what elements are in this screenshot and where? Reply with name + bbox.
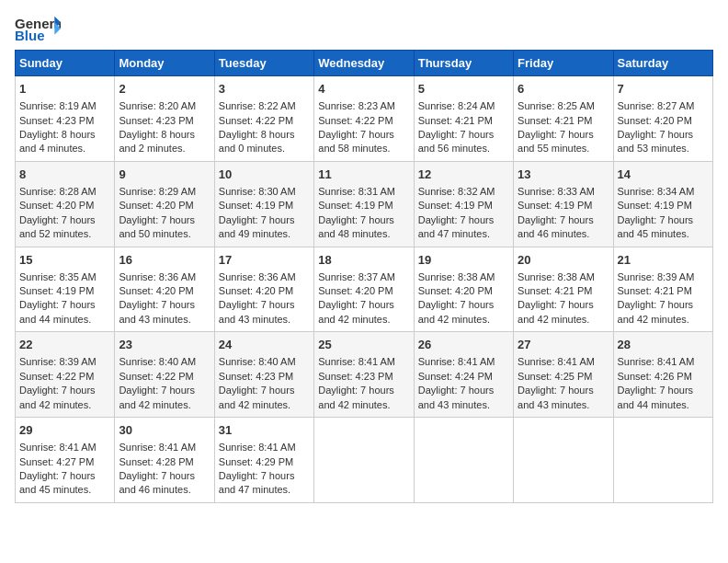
day-info: Sunrise: 8:41 AM xyxy=(418,355,509,369)
day-info: Sunrise: 8:32 AM xyxy=(418,185,509,199)
day-info: Sunrise: 8:24 AM xyxy=(418,99,509,113)
logo: General Blue xyxy=(15,15,61,42)
day-info: Daylight: 7 hours xyxy=(518,128,609,142)
day-info: and 49 minutes. xyxy=(219,227,310,241)
day-info: Sunrise: 8:19 AM xyxy=(19,99,110,113)
day-info: and 43 minutes. xyxy=(219,313,310,327)
day-info: and 46 minutes. xyxy=(119,483,210,497)
day-info: Sunrise: 8:22 AM xyxy=(219,99,310,113)
day-info: Sunrise: 8:29 AM xyxy=(119,185,210,199)
day-info: and 48 minutes. xyxy=(318,227,409,241)
day-info: and 56 minutes. xyxy=(418,142,509,155)
calendar-cell: 22Sunrise: 8:39 AMSunset: 4:22 PMDayligh… xyxy=(16,332,115,418)
day-info: Sunrise: 8:35 AM xyxy=(19,270,110,284)
day-info: Sunset: 4:19 PM xyxy=(618,199,709,213)
calendar-cell: 30Sunrise: 8:41 AMSunset: 4:28 PMDayligh… xyxy=(115,418,214,503)
calendar-cell: 28Sunrise: 8:41 AMSunset: 4:26 PMDayligh… xyxy=(613,332,712,418)
day-number: 13 xyxy=(518,167,609,183)
day-info: Daylight: 7 hours xyxy=(418,298,509,312)
day-number: 25 xyxy=(318,337,409,353)
calendar-cell: 23Sunrise: 8:40 AMSunset: 4:22 PMDayligh… xyxy=(115,332,214,418)
calendar-cell: 6Sunrise: 8:25 AMSunset: 4:21 PMDaylight… xyxy=(514,76,613,162)
day-number: 11 xyxy=(318,167,409,183)
day-info: and 42 minutes. xyxy=(318,313,409,327)
day-info: and 43 minutes. xyxy=(518,398,609,412)
day-info: and 44 minutes. xyxy=(618,398,709,412)
day-info: Sunrise: 8:36 AM xyxy=(219,270,310,284)
day-info: Daylight: 7 hours xyxy=(418,128,509,142)
day-info: Daylight: 7 hours xyxy=(618,298,709,312)
calendar-cell xyxy=(414,418,513,503)
day-number: 31 xyxy=(219,422,310,439)
day-info: Daylight: 7 hours xyxy=(518,384,609,397)
day-info: Sunset: 4:23 PM xyxy=(19,114,110,128)
calendar-cell: 3Sunrise: 8:22 AMSunset: 4:22 PMDaylight… xyxy=(214,76,313,162)
day-info: Daylight: 7 hours xyxy=(318,298,409,312)
calendar-cell: 16Sunrise: 8:36 AMSunset: 4:20 PMDayligh… xyxy=(115,247,214,332)
day-info: Sunrise: 8:27 AM xyxy=(618,99,709,113)
day-info: Sunrise: 8:20 AM xyxy=(119,99,210,113)
day-header-thursday: Thursday xyxy=(414,51,513,76)
header: General Blue xyxy=(15,15,713,42)
day-info: Daylight: 7 hours xyxy=(19,384,110,397)
day-number: 20 xyxy=(518,252,609,269)
day-number: 1 xyxy=(19,81,110,98)
day-info: and 42 minutes. xyxy=(418,313,509,327)
day-number: 23 xyxy=(119,337,210,353)
day-info: Daylight: 7 hours xyxy=(418,213,509,227)
calendar-cell: 25Sunrise: 8:41 AMSunset: 4:23 PMDayligh… xyxy=(314,332,414,418)
calendar-cell: 26Sunrise: 8:41 AMSunset: 4:24 PMDayligh… xyxy=(414,332,513,418)
day-info: Sunrise: 8:34 AM xyxy=(618,185,709,199)
day-info: Sunrise: 8:39 AM xyxy=(618,270,709,284)
day-number: 26 xyxy=(418,337,509,353)
day-number: 21 xyxy=(618,252,709,269)
day-info: Sunrise: 8:38 AM xyxy=(518,270,609,284)
day-header-wednesday: Wednesday xyxy=(314,51,414,76)
day-info: Sunrise: 8:33 AM xyxy=(518,185,609,199)
day-number: 5 xyxy=(418,81,509,98)
day-info: Daylight: 7 hours xyxy=(518,298,609,312)
day-info: and 42 minutes. xyxy=(219,398,310,412)
calendar-cell: 10Sunrise: 8:30 AMSunset: 4:19 PMDayligh… xyxy=(214,161,313,247)
day-number: 22 xyxy=(19,337,110,353)
day-info: Sunset: 4:21 PM xyxy=(418,114,509,128)
day-info: Daylight: 7 hours xyxy=(318,128,409,142)
day-info: and 55 minutes. xyxy=(518,142,609,155)
calendar-cell: 27Sunrise: 8:41 AMSunset: 4:25 PMDayligh… xyxy=(514,332,613,418)
day-info: Daylight: 7 hours xyxy=(219,469,310,483)
calendar-cell: 4Sunrise: 8:23 AMSunset: 4:22 PMDaylight… xyxy=(314,76,414,162)
calendar-cell: 8Sunrise: 8:28 AMSunset: 4:20 PMDaylight… xyxy=(16,161,115,247)
day-info: Daylight: 7 hours xyxy=(119,469,210,483)
day-info: Sunrise: 8:41 AM xyxy=(219,441,310,454)
day-number: 14 xyxy=(618,167,709,183)
day-info: Sunset: 4:22 PM xyxy=(19,370,110,384)
day-info: Sunrise: 8:41 AM xyxy=(318,355,409,369)
day-info: Daylight: 7 hours xyxy=(618,384,709,397)
calendar-cell xyxy=(314,418,414,503)
calendar-cell xyxy=(613,418,712,503)
day-info: Daylight: 7 hours xyxy=(318,213,409,227)
day-info: Daylight: 7 hours xyxy=(19,213,110,227)
logo-svg: General Blue xyxy=(15,15,61,42)
day-info: Sunrise: 8:31 AM xyxy=(318,185,409,199)
day-info: Sunset: 4:23 PM xyxy=(119,114,210,128)
day-info: Sunset: 4:21 PM xyxy=(618,284,709,298)
day-info: Daylight: 7 hours xyxy=(418,384,509,397)
day-info: Sunset: 4:20 PM xyxy=(318,284,409,298)
day-info: and 42 minutes. xyxy=(19,398,110,412)
day-info: and 42 minutes. xyxy=(618,313,709,327)
day-info: Sunset: 4:20 PM xyxy=(219,284,310,298)
day-info: Sunset: 4:21 PM xyxy=(518,284,609,298)
calendar-cell: 11Sunrise: 8:31 AMSunset: 4:19 PMDayligh… xyxy=(314,161,414,247)
day-info: Sunrise: 8:38 AM xyxy=(418,270,509,284)
calendar-cell: 14Sunrise: 8:34 AMSunset: 4:19 PMDayligh… xyxy=(613,161,712,247)
calendar-cell: 2Sunrise: 8:20 AMSunset: 4:23 PMDaylight… xyxy=(115,76,214,162)
day-info: Sunset: 4:27 PM xyxy=(19,455,110,469)
day-info: Daylight: 8 hours xyxy=(219,128,310,142)
day-number: 6 xyxy=(518,81,609,98)
day-info: Sunrise: 8:30 AM xyxy=(219,185,310,199)
day-info: Sunset: 4:20 PM xyxy=(19,199,110,213)
day-number: 7 xyxy=(618,81,709,98)
calendar-table: SundayMondayTuesdayWednesdayThursdayFrid… xyxy=(15,50,713,503)
day-info: Daylight: 7 hours xyxy=(119,298,210,312)
